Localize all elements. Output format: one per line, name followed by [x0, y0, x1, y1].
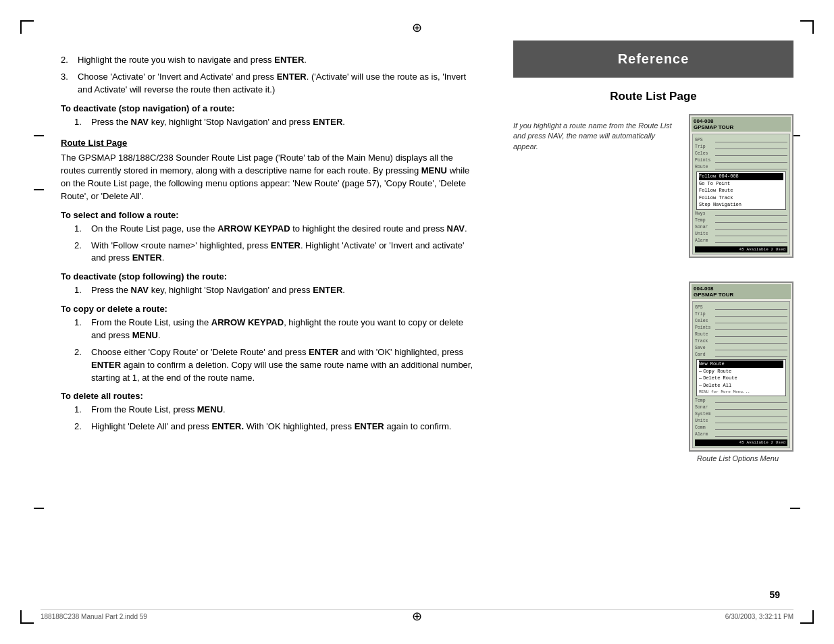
gps-row2-route: Route — [695, 331, 787, 338]
gps-row2-celes: Celes — [695, 318, 787, 325]
select-item-2: 2. With 'Follow <route name>' highlighte… — [74, 240, 479, 265]
enter-bold-9: ENTER. — [211, 421, 244, 431]
footer-right: 6/30/2003, 3:32:11 PM — [725, 613, 793, 620]
reference-title: Reference — [618, 51, 689, 66]
copy-item-2-num: 2. — [74, 346, 91, 385]
gps-row-gps: GPS — [695, 137, 787, 144]
item-2: 2. Highlight the route you wish to navig… — [61, 54, 479, 67]
footer: 188188C238 Manual Part 2.indd 59 6/30/20… — [41, 609, 793, 620]
gps-menu2-copy-route: —Copy Route — [699, 368, 783, 375]
gps-screen-2: GPS Trip Celes Points Route Track Save C… — [692, 301, 790, 448]
enter-bold-8: ENTER — [91, 360, 121, 370]
gps-row-route: Route — [695, 164, 787, 171]
select-item-2-num: 2. — [74, 240, 91, 265]
stop-item-1: 1. Press the NAV key, highlight 'Stop Na… — [74, 284, 479, 297]
gps-row-points: Points — [695, 157, 787, 164]
route-options-caption: Route List Options Menu — [689, 454, 793, 462]
gps-overlay-menu-1: Follow 004-008 Go To Point Follow Route … — [696, 171, 786, 210]
delete-all-list: 1. From the Route List, press MENU. 2. H… — [74, 404, 479, 433]
enter-bold-6: ENTER — [313, 285, 342, 295]
select-list: 1. On the Route List page, use the ARROW… — [74, 223, 479, 265]
gps-list-rows-2a: GPS Trip Celes Points Route Track Save C… — [695, 304, 787, 358]
item-3-text: Choose 'Activate' or 'Invert and Activat… — [78, 71, 479, 97]
delete-all-item-2-text: Highlight 'Delete All' and press ENTER. … — [91, 421, 451, 433]
gps-row2-points: Points — [695, 325, 787, 331]
gps-row2-track: Track — [695, 338, 787, 345]
footer-left: 188188C238 Manual Part 2.indd 59 — [41, 613, 147, 620]
item-3: 3. Choose 'Activate' or 'Invert and Acti… — [61, 71, 479, 97]
enter-bold-4: ENTER — [271, 240, 301, 250]
delete-all-item-2: 2. Highlight 'Delete All' and press ENTE… — [74, 421, 479, 433]
gps-row-hwys: Hwys — [695, 211, 787, 218]
enter-bold-1: ENTER — [274, 55, 304, 65]
enter-bold-3: ENTER — [313, 117, 342, 127]
gps-screen-top-2: 004-008 GPSMAP TOUR — [692, 284, 791, 299]
copy-delete-list: 1. From the Route List, using the ARROW … — [74, 317, 479, 384]
gps-list-rows-1b: Hwys Temp Sonar Units Alarm — [695, 211, 787, 245]
delete-all-item-2-num: 2. — [74, 421, 91, 433]
copy-item-1-text: From the Route List, using the ARROW KEY… — [91, 317, 479, 342]
gps-caption-1: If you highlight a route name from the R… — [513, 114, 682, 152]
select-item-1-text: On the Route List page, use the ARROW KE… — [91, 223, 467, 236]
gps-image-row-1: If you highlight a route name from the R… — [513, 114, 793, 258]
gps-row2-gps: GPS — [695, 304, 787, 311]
gps-screen-wrapper-2: 004-008 GPSMAP TOUR GPS Trip Celes Point… — [689, 281, 793, 452]
enter-bold-10: ENTER — [355, 421, 384, 431]
corner-mark-tr — [800, 20, 814, 34]
deactivate-item-1-text: Press the NAV key, highlight 'Stop Navig… — [91, 116, 345, 129]
gps-screen-wrapper-1: 004-008 GPSMAP TOUR GPS Trip Celes Point… — [689, 114, 793, 258]
delete-all-item-1-text: From the Route List, press MENU. — [91, 404, 226, 417]
nav-bold-3: NAV — [131, 285, 149, 295]
page-container: 2. Highlight the route you wish to navig… — [41, 41, 793, 603]
enter-bold-5: ENTER — [132, 252, 162, 263]
gps-device-id-2: 004-008 — [694, 286, 789, 292]
delete-all-heading: To delete all routes: — [61, 391, 479, 401]
gps-row2-system: System — [695, 411, 787, 418]
gps-row2-card: Card — [695, 352, 787, 358]
gps-menu2-delete-all: —Delete All — [699, 382, 783, 390]
crosshair-top-icon: ⊕ — [412, 20, 422, 35]
gps-row-units: Units — [695, 232, 787, 238]
gps-menu-goto: Go To Point — [699, 180, 783, 188]
copy-item-2: 2. Choose either 'Copy Route' or 'Delete… — [74, 346, 479, 385]
gps-menu-follow: Follow 004-008 — [699, 173, 783, 180]
gps-row2-alarm: Alarm — [695, 431, 787, 438]
gps-menu-follow-route: Follow Route — [699, 187, 783, 194]
deactivate-list: 1. Press the NAV key, highlight 'Stop Na… — [74, 116, 479, 129]
copy-item-2-text: Choose either 'Copy Route' or 'Delete Ro… — [91, 346, 479, 385]
nav-bold-2: NAV — [447, 223, 465, 234]
gps-menu2-delete-route: —Delete Route — [699, 375, 783, 382]
corner-mark-br — [800, 610, 814, 624]
stop-following-heading: To deactivate (stop following) the route… — [61, 271, 479, 281]
corner-mark-bl — [20, 610, 34, 624]
enter-bold-7: ENTER — [309, 347, 338, 357]
gps-row2-units: Units — [695, 418, 787, 425]
body-paragraph-1: The GPSMAP 188/188C/238 Sounder Route Li… — [61, 152, 479, 203]
copy-item-1: 1. From the Route List, using the ARROW … — [74, 317, 479, 342]
gps-row2-comm: Comm — [695, 425, 787, 431]
enter-bold-2: ENTER — [277, 72, 307, 82]
gps-row2-trip: Trip — [695, 311, 787, 318]
corner-mark-tl — [20, 20, 34, 34]
copy-item-1-num: 1. — [74, 317, 91, 342]
gps-screen-2-container: 004-008 GPSMAP TOUR GPS Trip Celes Point… — [689, 281, 793, 462]
gps-menu2-new-route: New Route — [699, 360, 783, 368]
gps-row2-sonar: Sonar — [695, 404, 787, 411]
select-item-2-text: With 'Follow <route name>' highlighted, … — [91, 240, 479, 265]
gps-row-temp: Temp — [695, 218, 787, 225]
stop-item-1-text: Press the NAV key, highlight 'Stop Navig… — [91, 284, 345, 297]
gps-row-sonar: Sonar — [695, 225, 787, 232]
nav-bold-1: NAV — [131, 117, 149, 127]
delete-all-item-1: 1. From the Route List, press MENU. — [74, 404, 479, 417]
deactivate-item-1: 1. Press the NAV key, highlight 'Stop Na… — [74, 116, 479, 129]
page-number: 59 — [769, 589, 780, 600]
delete-all-item-1-num: 1. — [74, 404, 91, 417]
gps-list-rows-1: GPS Trip Celes Points Route — [695, 137, 787, 171]
right-column: Reference Route List Page If you highlig… — [500, 41, 793, 603]
menu-bold-3: MENU — [197, 404, 223, 414]
deactivate-item-1-num: 1. — [74, 116, 91, 129]
item-2-text: Highlight the route you wish to navigate… — [78, 54, 307, 67]
gps-id-2: 004-008 — [694, 286, 713, 292]
stop-item-1-num: 1. — [74, 284, 91, 297]
gps-bottom-bar-2: 45 Available 2 Used — [695, 439, 787, 446]
